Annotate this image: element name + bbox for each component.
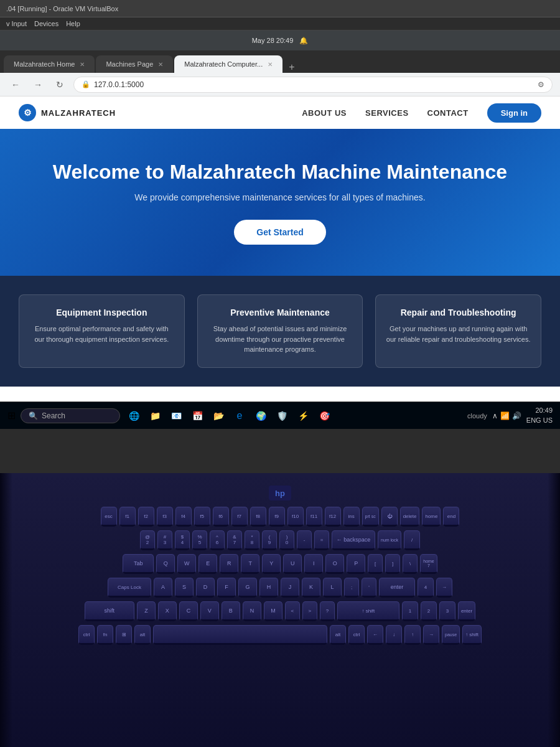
- key-excl[interactable]: #3: [157, 530, 172, 550]
- key-arrowleft[interactable]: ←: [367, 625, 383, 645]
- key-h[interactable]: H: [259, 578, 278, 598]
- signin-button[interactable]: Sign in: [487, 103, 541, 123]
- key-u[interactable]: U: [283, 554, 302, 574]
- key-num2[interactable]: 2: [421, 601, 437, 621]
- key-p[interactable]: P: [347, 554, 365, 574]
- forward-button[interactable]: →: [30, 78, 46, 91]
- key-caret[interactable]: ^6: [210, 530, 225, 550]
- key-f1[interactable]: f1: [119, 507, 136, 527]
- taskbar-icon-5[interactable]: 📂: [210, 407, 227, 425]
- key-slash[interactable]: ?: [320, 601, 335, 621]
- key-numslash[interactable]: /: [404, 530, 420, 550]
- key-c[interactable]: C: [179, 601, 198, 621]
- key-ctrl-l[interactable]: ctrl: [78, 625, 95, 645]
- key-z[interactable]: Z: [137, 601, 156, 621]
- key-r[interactable]: R: [220, 554, 238, 574]
- key-alt-l[interactable]: alt: [134, 625, 151, 645]
- key-backspace[interactable]: ← backspace: [332, 530, 375, 550]
- key-end[interactable]: end: [443, 507, 459, 527]
- key-lshift[interactable]: shift: [85, 601, 134, 621]
- key-minus[interactable]: -: [297, 530, 312, 550]
- key-rshift[interactable]: ↑ shift: [337, 601, 399, 621]
- key-f2[interactable]: f2: [138, 507, 154, 527]
- back-button[interactable]: ←: [7, 78, 24, 91]
- key-j[interactable]: J: [281, 578, 299, 598]
- key-num3[interactable]: 3: [439, 601, 455, 621]
- key-star[interactable]: *8: [245, 530, 259, 550]
- key-arrowright2[interactable]: →: [423, 625, 439, 645]
- key-period[interactable]: >: [302, 601, 317, 621]
- key-lparen[interactable]: (9: [262, 530, 277, 550]
- key-tab[interactable]: Tab: [123, 554, 154, 574]
- taskbar-icon-extra2[interactable]: 🎯: [315, 407, 333, 425]
- taskbar-search[interactable]: 🔍 Search: [21, 408, 120, 423]
- tab-malzahratech-computer[interactable]: Malzahratech Computer... ✕: [174, 55, 282, 73]
- taskbar-icon-extra[interactable]: ⚡: [294, 407, 312, 425]
- key-num0[interactable]: pause: [442, 625, 460, 645]
- key-e[interactable]: E: [198, 554, 217, 574]
- key-ctrl-r[interactable]: ctrl: [348, 625, 365, 645]
- taskbar-icon-edge[interactable]: e: [231, 407, 248, 425]
- key-i[interactable]: I: [304, 554, 323, 574]
- key-win[interactable]: ⊞: [116, 625, 132, 645]
- key-f[interactable]: F: [217, 578, 236, 598]
- tray-arrow[interactable]: ∧: [492, 411, 498, 420]
- key-num7[interactable]: home7: [420, 554, 437, 574]
- key-quote[interactable]: ': [362, 578, 376, 598]
- key-arrowright[interactable]: →: [436, 578, 452, 598]
- key-a[interactable]: A: [154, 578, 172, 598]
- get-started-button[interactable]: Get Started: [234, 220, 325, 245]
- key-semicolon[interactable]: ;: [344, 578, 359, 598]
- tray-network[interactable]: 📶: [500, 411, 510, 420]
- key-k[interactable]: K: [302, 578, 320, 598]
- system-clock[interactable]: 20:49 ENG US: [526, 406, 553, 425]
- key-space[interactable]: [153, 625, 327, 645]
- key-capslock[interactable]: Caps Lock: [108, 578, 151, 598]
- key-rparen[interactable]: )0: [279, 530, 294, 550]
- key-f10[interactable]: f10: [287, 507, 304, 527]
- key-delete[interactable]: delete: [400, 507, 420, 527]
- key-y[interactable]: Y: [262, 554, 281, 574]
- key-prtsc[interactable]: prt sc: [362, 507, 379, 527]
- key-tilde[interactable]: @2: [140, 530, 155, 550]
- taskbar-icon-3[interactable]: 📧: [167, 407, 185, 425]
- key-enter[interactable]: enter: [379, 578, 415, 598]
- tab-malzahratech-home[interactable]: Malzahratech Home ✕: [4, 55, 95, 73]
- key-s[interactable]: S: [175, 578, 194, 598]
- key-numdot[interactable]: ↑ shift: [462, 625, 482, 645]
- tab-machines-page[interactable]: Machines Page ✕: [96, 55, 173, 73]
- vm-menu-help[interactable]: Help: [66, 20, 80, 27]
- new-tab-button[interactable]: +: [284, 62, 299, 73]
- key-percent[interactable]: %5: [192, 530, 207, 550]
- key-numlock[interactable]: num lock: [378, 530, 401, 550]
- key-lbracket[interactable]: [: [368, 554, 383, 574]
- key-l[interactable]: L: [323, 578, 342, 598]
- key-amp[interactable]: &7: [227, 530, 242, 550]
- tab-close-machines[interactable]: ✕: [158, 61, 163, 68]
- key-num4[interactable]: 4: [418, 578, 434, 598]
- key-home[interactable]: home: [422, 507, 441, 527]
- key-m[interactable]: M: [264, 601, 282, 621]
- key-d[interactable]: D: [196, 578, 215, 598]
- nav-contact[interactable]: CONTACT: [427, 108, 469, 118]
- key-o[interactable]: O: [325, 554, 344, 574]
- nav-services[interactable]: SERVICES: [365, 108, 409, 118]
- key-alt-r[interactable]: alt: [330, 625, 346, 645]
- key-comma[interactable]: <: [285, 601, 300, 621]
- key-f9[interactable]: f9: [269, 507, 285, 527]
- key-w[interactable]: W: [177, 554, 196, 574]
- key-fn[interactable]: fn: [97, 625, 113, 645]
- nav-about[interactable]: ABOUT US: [302, 108, 347, 118]
- taskbar-icon-security[interactable]: 🛡️: [273, 407, 291, 425]
- vm-menu-devices[interactable]: Devices: [34, 20, 58, 27]
- key-f8[interactable]: f8: [250, 507, 266, 527]
- key-f11[interactable]: f11: [306, 507, 322, 527]
- key-v[interactable]: V: [200, 601, 219, 621]
- refresh-button[interactable]: ↻: [52, 78, 67, 91]
- key-arrowup[interactable]: ↑: [404, 625, 421, 645]
- tab-close-home[interactable]: ✕: [80, 61, 85, 68]
- key-backslash[interactable]: \: [403, 554, 418, 574]
- key-b[interactable]: B: [222, 601, 240, 621]
- key-g[interactable]: G: [238, 578, 257, 598]
- key-f6[interactable]: f6: [213, 507, 229, 527]
